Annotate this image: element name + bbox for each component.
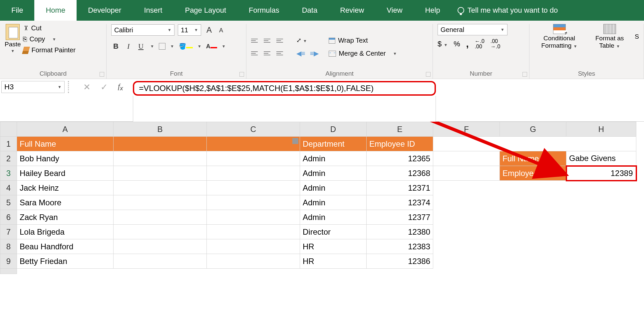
cell-H8[interactable] (566, 239, 636, 254)
col-head-B[interactable]: B (114, 122, 207, 137)
align-right-button[interactable] (276, 48, 286, 58)
align-top-button[interactable] (251, 36, 261, 46)
cell-A8[interactable]: Beau Handford (17, 239, 114, 254)
cell-A2[interactable]: Bob Handy (17, 151, 114, 166)
cell-B9[interactable] (114, 254, 207, 269)
font-size-dropdown[interactable]: 11▼ (178, 24, 201, 36)
cell-C8[interactable] (207, 239, 300, 254)
conditional-formatting-button[interactable]: Conditional Formatting ▼ (534, 24, 584, 49)
cell-C7[interactable] (207, 225, 300, 239)
cell-G4[interactable] (500, 181, 566, 195)
orientation-button[interactable]: ⤢ ▼ (296, 37, 319, 44)
format-painter-button[interactable]: Format Painter (23, 46, 76, 54)
col-head-A[interactable]: A (17, 122, 114, 137)
cell-D3[interactable]: Admin (300, 166, 367, 181)
row-head-7[interactable]: 7 (0, 225, 17, 239)
increase-decimal-button[interactable]: ←.0.00 (475, 39, 484, 49)
col-head-D[interactable]: D (300, 122, 367, 137)
format-as-table-button[interactable]: Format as Table ▼ (591, 24, 628, 49)
cell-D2[interactable]: Admin (300, 151, 367, 166)
row-head-2[interactable]: 2 (0, 151, 17, 166)
cell-D5[interactable]: Admin (300, 195, 367, 210)
cell-H2[interactable]: Gabe Givens (566, 151, 636, 166)
tab-help[interactable]: Help (414, 0, 452, 21)
cell-E6[interactable]: 12377 (367, 210, 433, 225)
paste-button[interactable]: Paste (5, 41, 21, 48)
cell-H3[interactable]: 12389 (566, 166, 636, 181)
cell-A6[interactable]: Zack Ryan (17, 210, 114, 225)
tab-review[interactable]: Review (329, 0, 375, 21)
cell-G6[interactable] (500, 210, 566, 225)
cell-H5[interactable] (566, 195, 636, 210)
cell-E2[interactable]: 12365 (367, 151, 433, 166)
tab-data[interactable]: Data (291, 0, 329, 21)
cell-A5[interactable]: Sara Moore (17, 195, 114, 210)
decrease-decimal-button[interactable]: .00→.0 (490, 39, 500, 49)
formula-bar-expanded[interactable] (133, 96, 436, 122)
cell-G8[interactable] (500, 239, 566, 254)
decrease-indent-button[interactable]: ◀≡ (296, 49, 305, 57)
tab-home[interactable]: Home (34, 0, 77, 21)
wrap-text-button[interactable]: Wrap Text (329, 37, 397, 44)
cell-F8[interactable] (433, 239, 500, 254)
cell-B4[interactable] (114, 181, 207, 195)
cell-B8[interactable] (114, 239, 207, 254)
tab-formulas[interactable]: Formulas (237, 0, 291, 21)
cell-H4[interactable] (566, 181, 636, 195)
cell-A1[interactable]: Full Name (17, 137, 114, 151)
cell-B1[interactable] (114, 137, 207, 151)
cell-G3[interactable]: Employee ID (500, 166, 566, 181)
increase-font-button[interactable] (204, 24, 214, 36)
tell-me[interactable]: Tell me what you want to do (452, 6, 558, 15)
cell-E5[interactable]: 12374 (367, 195, 433, 210)
cell-H9[interactable] (566, 254, 636, 269)
border-button[interactable] (159, 43, 165, 50)
cell-G9[interactable] (500, 254, 566, 269)
row-head-4[interactable]: 4 (0, 181, 17, 195)
flash-fill-icon[interactable] (292, 138, 298, 144)
copy-button[interactable]: ⎘Copy ▼ (23, 35, 76, 43)
col-head-G[interactable]: G (500, 122, 566, 137)
cell-C2[interactable] (207, 151, 300, 166)
tab-insert[interactable]: Insert (133, 0, 173, 21)
row-head-10[interactable] (0, 269, 17, 274)
cell-F4[interactable] (433, 181, 500, 195)
col-head-F[interactable]: F (433, 122, 500, 137)
cell-D8[interactable]: HR (300, 239, 367, 254)
cell-E3[interactable]: 12368 (367, 166, 433, 181)
cell-B7[interactable] (114, 225, 207, 239)
cell-G7[interactable] (500, 225, 566, 239)
row-head-3[interactable]: 3 (0, 166, 17, 181)
align-left-button[interactable] (251, 48, 261, 58)
cell-E7[interactable]: 12380 (367, 225, 433, 239)
select-all-corner[interactable] (0, 122, 17, 137)
cell-F7[interactable] (433, 225, 500, 239)
paste-icon[interactable] (6, 24, 20, 40)
cell-H6[interactable] (566, 210, 636, 225)
cell-A3[interactable]: Hailey Beard (17, 166, 114, 181)
cell-G5[interactable] (500, 195, 566, 210)
row-head-5[interactable]: 5 (0, 195, 17, 210)
cell-D4[interactable]: Admin (300, 181, 367, 195)
fill-color-button[interactable]: 🪣 (179, 43, 193, 50)
formula-bar[interactable]: =VLOOKUP($H$2,$A$1:$E$25,MATCH(E1,$A$1:$… (133, 81, 436, 96)
cell-B2[interactable] (114, 151, 207, 166)
increase-indent-button[interactable]: ≡▶ (310, 49, 319, 57)
alignment-launcher[interactable] (426, 72, 431, 77)
tab-page-layout[interactable]: Page Layout (173, 0, 237, 21)
cell-D9[interactable]: HR (300, 254, 367, 269)
cell-C1[interactable] (207, 137, 300, 151)
insert-function-button[interactable]: fx (118, 82, 123, 92)
font-launcher[interactable] (239, 72, 244, 77)
cell-F5[interactable] (433, 195, 500, 210)
font-name-dropdown[interactable]: Calibri▼ (111, 24, 174, 36)
name-box[interactable]: H3▼ (1, 81, 65, 93)
cut-button[interactable]: ✂Cut (23, 24, 76, 32)
merge-center-button[interactable]: Merge & Center ▼ (329, 50, 397, 57)
tab-file[interactable]: File (0, 0, 34, 21)
font-color-button[interactable]: A (206, 43, 217, 50)
align-bottom-button[interactable] (276, 36, 286, 46)
align-center-button[interactable] (264, 48, 274, 58)
col-head-C[interactable]: C (207, 122, 300, 137)
cell-C3[interactable] (207, 166, 300, 181)
